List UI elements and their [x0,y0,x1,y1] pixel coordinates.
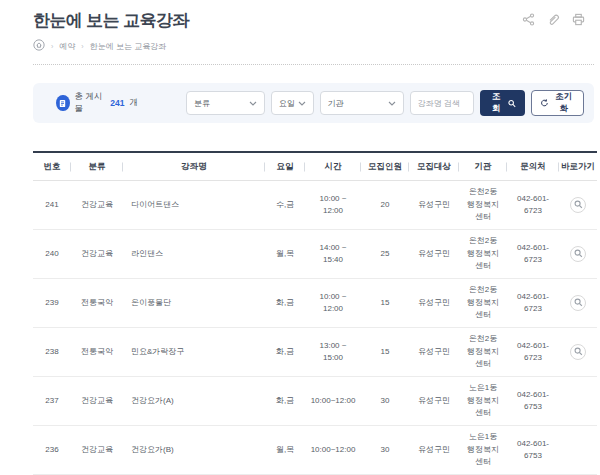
cell-organization: 온천2동 행정복지 센터 [459,181,507,230]
cell-shortcut-empty [559,426,597,475]
cell-time: 10:00 ~ 12:00 [305,181,361,230]
table-row: 236 건강교육 건강요가(B) 월,목 10:00~12:00 30 유성구민… [33,426,597,475]
filter-controls: 분류 요일 기관 조회 [186,90,584,116]
category-select-value: 분류 [194,98,210,109]
magnifier-icon [574,249,583,258]
cell-target: 유성구민 [409,377,459,426]
total-posts: 총 게시물 241 개 [56,91,138,115]
cell-target: 유성구민 [409,426,459,475]
search-button[interactable]: 조회 [480,90,525,116]
cell-number: 238 [33,328,71,377]
cell-category: 건강교육 [71,181,123,230]
cell-contact: 042-601- 6723 [507,181,559,230]
cell-course-name: 건강요가(A) [123,377,265,426]
search-icon [508,99,516,108]
cell-capacity: 30 [361,377,409,426]
breadcrumb-item-reservation[interactable]: 예약 [59,41,75,52]
list-document-icon [56,95,70,111]
cell-time: 13:00 ~ 15:00 [305,328,361,377]
column-header-shortcut: 바로가기 [559,152,597,181]
attachment-icon[interactable] [546,12,560,26]
cell-target: 유성구민 [409,230,459,279]
column-header-course-name: 강좌명 [123,152,265,181]
breadcrumb-separator: › [81,43,83,50]
cell-capacity: 25 [361,230,409,279]
chevron-down-icon [249,101,257,106]
cell-contact: 042-601- 6753 [507,377,559,426]
cell-organization: 온천2동 행정복지 센터 [459,328,507,377]
table-row: 241 건강교육 다이어트댄스 수,금 10:00 ~ 12:00 20 유성구… [33,181,597,230]
cell-course-name: 건강요가(B) [123,426,265,475]
cell-contact: 042-601- 6723 [507,328,559,377]
chevron-down-icon [388,101,396,106]
reset-button[interactable]: 초기화 [531,90,584,116]
print-icon[interactable] [571,12,585,26]
page: 한눈에 보는 교육강좌 › [0,0,600,475]
reset-button-label: 초기화 [552,91,575,115]
course-shortcut-button[interactable] [570,197,586,213]
table-header-row: 번호 분류 강좌명 요일 시간 모집인원 모집대상 기관 문의처 바로가기 [33,152,597,181]
cell-category: 건강교육 [71,426,123,475]
cell-day: 월,목 [265,230,305,279]
cell-capacity: 15 [361,328,409,377]
share-icon[interactable] [521,12,535,26]
chevron-down-icon [298,101,306,106]
cell-time: 14:00 ~ 15:40 [305,230,361,279]
home-icon[interactable] [33,39,45,53]
column-header-contact: 문의처 [507,152,559,181]
cell-day: 수,금 [265,181,305,230]
cell-organization: 노은1동 행정복지 센터 [459,426,507,475]
cell-contact: 042-601- 6723 [507,230,559,279]
organization-select[interactable]: 기관 [320,91,404,115]
magnifier-icon [574,200,583,209]
cell-contact: 042-601- 6723 [507,279,559,328]
dotted-divider [33,64,594,65]
column-header-target: 모집대상 [409,152,459,181]
magnifier-icon [574,347,583,356]
cell-organization: 온천2동 행정복지 센터 [459,230,507,279]
course-table: 번호 분류 강좌명 요일 시간 모집인원 모집대상 기관 문의처 바로가기 24… [33,151,597,475]
search-button-label: 조회 [489,91,504,115]
column-header-number: 번호 [33,152,71,181]
cell-number: 236 [33,426,71,475]
cell-capacity: 15 [361,279,409,328]
cell-number: 241 [33,181,71,230]
breadcrumb-separator: › [51,43,53,50]
title-actions [521,12,585,26]
cell-day: 화,금 [265,279,305,328]
cell-day: 화,금 [265,328,305,377]
column-header-capacity: 모집인원 [361,152,409,181]
cell-capacity: 20 [361,181,409,230]
total-posts-label: 총 게시물 [75,91,106,115]
column-header-time: 시간 [305,152,361,181]
cell-course-name: 온이풍물단 [123,279,265,328]
total-posts-count: 241 [110,98,124,108]
cell-capacity: 30 [361,426,409,475]
cell-organization: 온천2동 행정복지 센터 [459,279,507,328]
total-posts-unit: 개 [130,97,139,109]
table-row: 239 전통국악 온이풍물단 화,금 10:00 ~ 12:00 15 유성구민… [33,279,597,328]
cell-day: 화,금 [265,377,305,426]
course-shortcut-button[interactable] [570,344,586,360]
cell-course-name: 민요&가락장구 [123,328,265,377]
course-shortcut-button[interactable] [570,295,586,311]
cell-time: 10:00~12:00 [305,426,361,475]
day-select-value: 요일 [279,98,295,109]
breadcrumb-item-current[interactable]: 한눈에 보는 교육강좌 [90,41,166,52]
organization-select-value: 기관 [328,98,344,109]
column-header-day: 요일 [265,152,305,181]
category-select[interactable]: 분류 [186,91,265,115]
course-shortcut-button[interactable] [570,246,586,262]
reset-icon [540,98,549,108]
cell-target: 유성구민 [409,328,459,377]
filter-bar: 총 게시물 241 개 분류 요일 기관 조회 [33,83,594,123]
cell-time: 10:00 ~ 12:00 [305,279,361,328]
cell-category: 전통국악 [71,279,123,328]
table-row: 240 건강교육 라인댄스 월,목 14:00 ~ 15:40 25 유성구민 … [33,230,597,279]
cell-contact: 042-601- 6753 [507,426,559,475]
cell-number: 239 [33,279,71,328]
cell-number: 237 [33,377,71,426]
day-select[interactable]: 요일 [271,91,314,115]
course-search-input[interactable] [410,91,474,115]
cell-time: 10:00~12:00 [305,377,361,426]
